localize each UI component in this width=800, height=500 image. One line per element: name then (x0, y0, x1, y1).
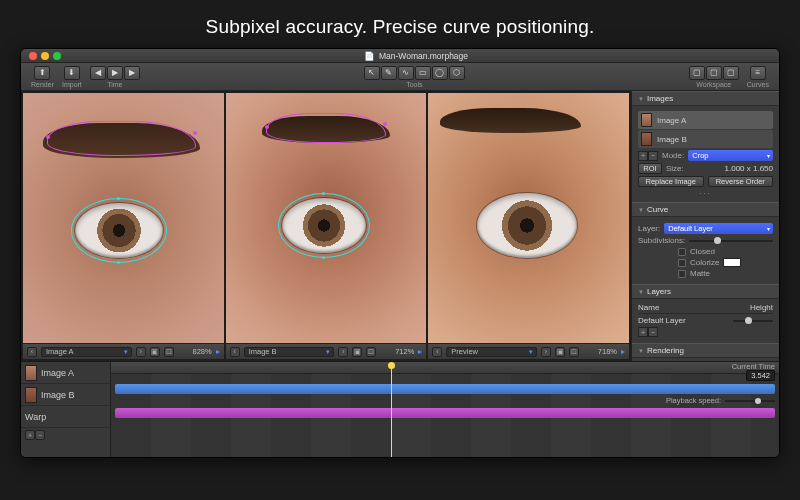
panel-layers-header[interactable]: Layers (632, 284, 779, 299)
colorize-swatch[interactable] (723, 258, 741, 267)
app-window: 📄 Man-Woman.morphage ⬆ Render ⬇ Import ◀… (20, 48, 780, 458)
remove-track-button[interactable]: − (35, 430, 45, 440)
next-image-button[interactable]: › (136, 347, 146, 357)
zoom-readout: 828% (178, 347, 212, 356)
zoom-stepper-icon[interactable]: ▸ (216, 347, 220, 356)
mode-dropdown[interactable]: Crop (688, 150, 773, 161)
panel-rendering-header[interactable]: Rendering (632, 343, 779, 358)
viewport-image-b: ‹ Image B › ▣ ⊡ 712% ▸ (226, 93, 427, 359)
timeline-ruler[interactable]: Current Time3.542 (111, 362, 779, 374)
curves-label: Curves (747, 81, 769, 88)
viewport-preview-selector[interactable]: Preview (446, 347, 537, 357)
zoom-icon[interactable] (53, 52, 61, 60)
actual-size-button[interactable]: ⊡ (569, 347, 579, 357)
layers-col-name: Name (638, 303, 750, 312)
curve-layer-dropdown[interactable]: Default Layer (664, 223, 773, 234)
add-layer-button[interactable]: + (638, 327, 648, 337)
add-track-button[interactable]: + (25, 430, 35, 440)
image-list-item[interactable]: Image B (638, 130, 773, 148)
canvas-image-b[interactable] (226, 93, 427, 343)
close-icon[interactable] (29, 52, 37, 60)
curve-layer-label: Layer: (638, 224, 660, 233)
prev-image-button[interactable]: ‹ (432, 347, 442, 357)
workspace-c-button[interactable]: ▢ (723, 66, 739, 80)
zoom-stepper-icon[interactable]: ▸ (621, 347, 625, 356)
fit-button[interactable]: ▣ (150, 347, 160, 357)
document-icon: 📄 (364, 51, 375, 61)
render-label: Render (31, 81, 54, 88)
track-bar-image-a[interactable] (115, 384, 775, 394)
time-start-button[interactable]: ◀ (90, 66, 106, 80)
minimize-icon[interactable] (41, 52, 49, 60)
size-label: Size: (666, 164, 684, 173)
tool-mask[interactable]: ⬡ (449, 66, 465, 80)
viewport-a-selector[interactable]: Image A (41, 347, 132, 357)
mode-label: Mode: (662, 151, 684, 160)
roi-button[interactable]: ROI (638, 163, 662, 174)
playback-speed-label: Playback speed: (666, 396, 721, 405)
time-label: Time (107, 81, 122, 88)
import-label: Import (62, 81, 82, 88)
timeline-track-header[interactable]: Image A (21, 362, 110, 384)
layer-row[interactable]: Default Layer (638, 316, 773, 325)
closed-checkbox[interactable] (678, 248, 686, 256)
zoom-readout: 718% (583, 347, 617, 356)
reverse-order-button[interactable]: Reverse Order (708, 176, 774, 187)
size-value: 1.000 x 1.650 (688, 164, 773, 173)
inspector-panel: Images Image A Image B + − Mode: Crop RO… (631, 91, 779, 361)
zoom-stepper-icon[interactable]: ▸ (418, 347, 422, 356)
timeline-track-header[interactable]: Image B (21, 384, 110, 406)
viewport-image-a: ‹ Image A › ▣ ⊡ 828% ▸ (23, 93, 224, 359)
current-time-value: 3.542 (746, 370, 775, 381)
time-play-button[interactable]: ▶ (107, 66, 123, 80)
import-button[interactable]: ⬇ (64, 66, 80, 80)
workspace-b-button[interactable]: ▢ (706, 66, 722, 80)
matte-checkbox[interactable] (678, 270, 686, 278)
panel-images-header[interactable]: Images (632, 91, 779, 106)
marketing-headline: Subpixel accuracy. Precise curve positio… (0, 0, 800, 48)
tools-label: Tools (406, 81, 422, 88)
fit-button[interactable]: ▣ (352, 347, 362, 357)
layer-height-slider[interactable] (733, 320, 773, 322)
document-title: 📄 Man-Woman.morphage (364, 51, 468, 61)
next-image-button[interactable]: › (338, 347, 348, 357)
image-list-item[interactable]: Image A (638, 111, 773, 129)
window-titlebar: 📄 Man-Woman.morphage (21, 49, 779, 63)
curves-panel-button[interactable]: ≡ (750, 66, 766, 80)
canvas-image-a[interactable] (23, 93, 224, 343)
subdivisions-label: Subdivisions: (638, 236, 685, 245)
playhead[interactable] (391, 362, 392, 457)
tool-rect[interactable]: ▭ (415, 66, 431, 80)
panel-curve-header[interactable]: Curve (632, 202, 779, 217)
tool-ellipse[interactable]: ◯ (432, 66, 448, 80)
playback-speed-slider[interactable] (725, 400, 775, 402)
remove-image-button[interactable]: − (648, 151, 658, 161)
prev-image-button[interactable]: ‹ (230, 347, 240, 357)
layers-col-height: Height (750, 303, 773, 312)
tool-curve[interactable]: ∿ (398, 66, 414, 80)
viewport-preview: ‹ Preview › ▣ ⊡ 718% ▸ (428, 93, 629, 359)
render-button[interactable]: ⬆ (34, 66, 50, 80)
tool-pointer[interactable]: ↖ (364, 66, 380, 80)
zoom-readout: 712% (380, 347, 414, 356)
canvas-preview[interactable] (428, 93, 629, 343)
remove-layer-button[interactable]: − (648, 327, 658, 337)
actual-size-button[interactable]: ⊡ (164, 347, 174, 357)
fit-button[interactable]: ▣ (555, 347, 565, 357)
timeline-tracks[interactable]: Current Time3.542 Playback speed: (111, 362, 779, 457)
workspace-a-button[interactable]: ▢ (689, 66, 705, 80)
prev-image-button[interactable]: ‹ (27, 347, 37, 357)
subdivisions-slider[interactable] (689, 240, 773, 242)
next-image-button[interactable]: › (541, 347, 551, 357)
viewport-b-selector[interactable]: Image B (244, 347, 335, 357)
track-bar-image-b[interactable] (115, 408, 775, 418)
main-toolbar: ⬆ Render ⬇ Import ◀ ▶ ▶ Time ↖ ✎ ∿ ▭ ◯ ⬡ (21, 63, 779, 91)
timeline-track-header[interactable]: Warp (21, 406, 110, 428)
add-image-button[interactable]: + (638, 151, 648, 161)
timeline: Image A Image B Warp + − Current Time3.5… (21, 361, 779, 457)
time-end-button[interactable]: ▶ (124, 66, 140, 80)
replace-image-button[interactable]: Replace Image (638, 176, 704, 187)
tool-pen[interactable]: ✎ (381, 66, 397, 80)
actual-size-button[interactable]: ⊡ (366, 347, 376, 357)
colorize-checkbox[interactable] (678, 259, 686, 267)
